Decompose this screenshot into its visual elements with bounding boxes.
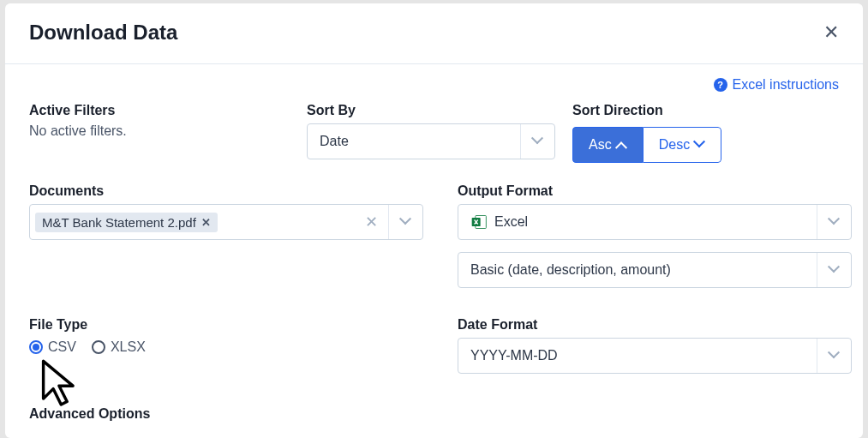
radio-circle-xlsx bbox=[92, 340, 105, 354]
active-filters-label: Active Filters bbox=[29, 103, 300, 118]
sort-by-field: Sort By Date bbox=[307, 103, 566, 163]
date-format-arrow bbox=[817, 339, 851, 373]
documents-field: Documents M&T Bank Statement 2.pdf ✕ ✕ bbox=[29, 183, 440, 288]
excel-instructions-label: Excel instructions bbox=[733, 77, 840, 93]
advanced-options-label: Advanced Options bbox=[5, 374, 863, 422]
radio-csv[interactable]: CSV bbox=[29, 339, 76, 355]
modal-header: Download Data ✕ bbox=[5, 3, 863, 64]
chevron-down-icon bbox=[829, 351, 840, 361]
close-icon: ✕ bbox=[823, 21, 839, 43]
chevron-down-icon bbox=[533, 136, 543, 147]
chevron-down-icon bbox=[695, 140, 705, 150]
chevron-down-icon bbox=[401, 217, 411, 227]
date-format-label: Date Format bbox=[458, 317, 863, 333]
middle-row: Documents M&T Bank Statement 2.pdf ✕ ✕ O… bbox=[5, 163, 863, 288]
output-format-arrow bbox=[817, 205, 851, 239]
documents-arrow bbox=[388, 205, 422, 239]
sort-by-arrow bbox=[520, 124, 554, 159]
close-button[interactable]: ✕ bbox=[823, 23, 839, 42]
output-format-label: Output Format bbox=[458, 183, 863, 199]
date-format-select[interactable]: YYYY-MM-DD bbox=[458, 338, 852, 374]
documents-label: Documents bbox=[29, 183, 440, 199]
sort-by-select[interactable]: Date bbox=[307, 123, 555, 159]
output-template-select[interactable]: Basic (date, description, amount) bbox=[458, 252, 852, 288]
asc-label: Asc bbox=[589, 137, 612, 153]
document-tag: M&T Bank Statement 2.pdf ✕ bbox=[35, 213, 218, 232]
radio-circle-csv bbox=[29, 340, 43, 354]
file-type-field: File Type CSV XLSX bbox=[29, 317, 440, 374]
help-icon: ? bbox=[714, 78, 727, 92]
sort-direction-toggle: Asc Desc bbox=[572, 127, 721, 163]
output-template-arrow bbox=[817, 253, 851, 287]
file-type-label: File Type bbox=[29, 317, 440, 333]
date-format-field: Date Format YYYY-MM-DD bbox=[458, 317, 863, 374]
output-format-text: Excel bbox=[494, 214, 528, 230]
radio-csv-label: CSV bbox=[48, 339, 76, 355]
file-type-radio-group: CSV XLSX bbox=[29, 339, 440, 355]
date-format-value: YYYY-MM-DD bbox=[458, 348, 817, 363]
active-filters-field: Active Filters No active filters. bbox=[29, 103, 300, 163]
tag-remove-icon[interactable]: ✕ bbox=[201, 216, 211, 229]
modal-title: Download Data bbox=[29, 21, 177, 45]
sort-by-value: Date bbox=[308, 134, 520, 149]
excel-icon bbox=[470, 213, 488, 231]
excel-instructions-row: ? Excel instructions bbox=[5, 64, 863, 96]
excel-instructions-link[interactable]: ? Excel instructions bbox=[714, 77, 840, 93]
output-format-select[interactable]: Excel bbox=[458, 204, 852, 240]
bottom-row: File Type CSV XLSX Date Format YYYY-MM-D… bbox=[5, 288, 863, 374]
asc-button[interactable]: Asc bbox=[572, 127, 643, 163]
chevron-down-icon bbox=[829, 217, 840, 227]
output-format-value: Excel bbox=[458, 213, 817, 231]
sort-by-label: Sort By bbox=[307, 103, 566, 118]
desc-label: Desc bbox=[659, 137, 690, 153]
radio-dot bbox=[33, 344, 39, 351]
clear-icon[interactable]: ✕ bbox=[355, 213, 388, 231]
document-tag-label: M&T Bank Statement 2.pdf bbox=[42, 215, 196, 230]
output-format-field: Output Format Excel B bbox=[458, 183, 863, 288]
output-template-value: Basic (date, description, amount) bbox=[458, 262, 817, 278]
radio-xlsx[interactable]: XLSX bbox=[92, 339, 146, 355]
chevron-down-icon bbox=[829, 265, 840, 275]
top-row: Active Filters No active filters. Sort B… bbox=[5, 96, 863, 163]
download-data-modal: Download Data ✕ ? Excel instructions Act… bbox=[5, 3, 863, 438]
desc-button[interactable]: Desc bbox=[643, 127, 721, 163]
radio-xlsx-label: XLSX bbox=[111, 339, 146, 355]
chevron-up-icon bbox=[617, 140, 627, 150]
documents-select[interactable]: M&T Bank Statement 2.pdf ✕ ✕ bbox=[29, 204, 423, 240]
sort-direction-field: Sort Direction Asc Desc bbox=[572, 103, 863, 163]
sort-direction-label: Sort Direction bbox=[572, 103, 863, 118]
active-filters-value: No active filters. bbox=[29, 123, 300, 139]
